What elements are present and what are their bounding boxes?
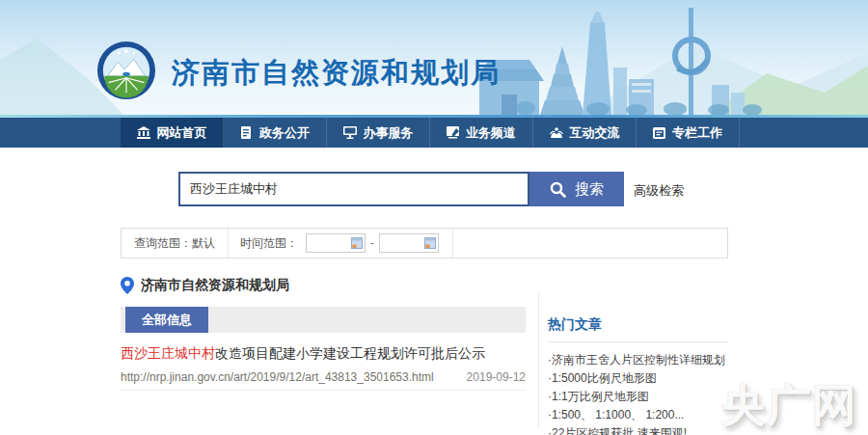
hot-article-item[interactable]: ·1:500、 1:1000、 1:200... (548, 406, 770, 423)
date-from-input[interactable] (306, 233, 366, 253)
hot-articles-divider (548, 341, 728, 342)
nav-item-label: 网站首页 (157, 124, 207, 142)
column-icon (653, 126, 665, 139)
source-row: 济南市自然资源和规划局 (121, 277, 289, 294)
search-input[interactable] (178, 172, 529, 206)
tab-all-info[interactable]: 全部信息 (125, 307, 208, 333)
nav-item-home[interactable]: 网站首页 (121, 118, 224, 148)
nav-item-label: 业务频道 (466, 124, 516, 142)
result-divider (121, 390, 526, 391)
hot-articles-title: 热门文章 (548, 316, 602, 334)
hot-article-item[interactable]: ·1:1万比例尺地形图 (548, 388, 770, 405)
advanced-search-link[interactable]: 高级检索 (634, 182, 684, 200)
source-title: 济南市自然资源和规划局 (141, 277, 289, 294)
nav-items: 网站首页 政务公开 办事服务 业务频道 (121, 118, 740, 148)
search-button[interactable]: 搜索 (529, 172, 624, 206)
date-range-separator: - (370, 236, 374, 250)
nav-item-business-channel[interactable]: 业务频道 (430, 118, 533, 148)
calendar-icon (424, 237, 436, 249)
nav-item-interaction[interactable]: 互动交流 (533, 118, 637, 148)
result-date: 2019-09-12 (410, 370, 526, 384)
result-title-link[interactable]: 西沙王庄城中村改造项目配建小学建设工程规划许可批后公示 (121, 345, 485, 363)
search-icon (550, 181, 566, 198)
site-title: 济南市自然资源和规划局 (172, 54, 501, 93)
location-pin-icon (121, 277, 134, 294)
nav-item-services[interactable]: 办事服务 (327, 118, 430, 148)
result-title-rest: 改造项目配建小学建设工程规划许可批后公示 (215, 345, 485, 361)
time-range-label: 时间范围： (240, 235, 298, 252)
nav-item-special-column[interactable]: 专栏工作 (637, 118, 740, 148)
nav-item-label: 政务公开 (259, 124, 310, 142)
calendar-icon (351, 237, 363, 249)
result-url-link[interactable]: http://nrp.jinan.gov.cn/art/2019/9/12/ar… (121, 370, 434, 384)
query-scope-label: 查询范围：默认 (122, 229, 229, 258)
result-title-highlight: 西沙王庄城中村 (121, 345, 215, 361)
time-range-section: 时间范围： - (229, 229, 453, 258)
hot-article-item[interactable]: ·22片区控规获批 速来围观! (548, 424, 770, 435)
monitor-icon (343, 126, 357, 139)
document-icon (240, 126, 253, 139)
main-navigation: 网站首页 政务公开 办事服务 业务频道 (0, 118, 868, 148)
hot-articles-list: ·济南市王舍人片区控制性详细规划 ·1:5000比例尺地形图 ·1:1万比例尺地… (548, 351, 770, 435)
page-header: 济南市自然资源和规划局 (0, 0, 868, 115)
nav-item-label: 互动交流 (570, 124, 620, 142)
bureau-emblem-logo (96, 41, 156, 100)
result-tabbar: 全部信息 (121, 307, 526, 333)
hot-article-item[interactable]: ·1:5000比例尺地形图 (548, 369, 770, 387)
date-to-input[interactable] (379, 233, 439, 253)
channel-icon (447, 126, 459, 139)
filter-bar: 查询范围：默认 时间范围： - (121, 228, 728, 258)
nav-item-gov-disclosure[interactable]: 政务公开 (224, 118, 327, 148)
hot-article-item[interactable]: ·济南市王舍人片区控制性详细规划 (548, 351, 770, 368)
search-button-label: 搜索 (575, 180, 604, 199)
interaction-icon (550, 126, 563, 139)
nav-item-label: 办事服务 (364, 124, 414, 142)
column-divider (538, 292, 539, 429)
bank-icon (137, 126, 150, 139)
nav-item-label: 专栏工作 (672, 124, 722, 142)
